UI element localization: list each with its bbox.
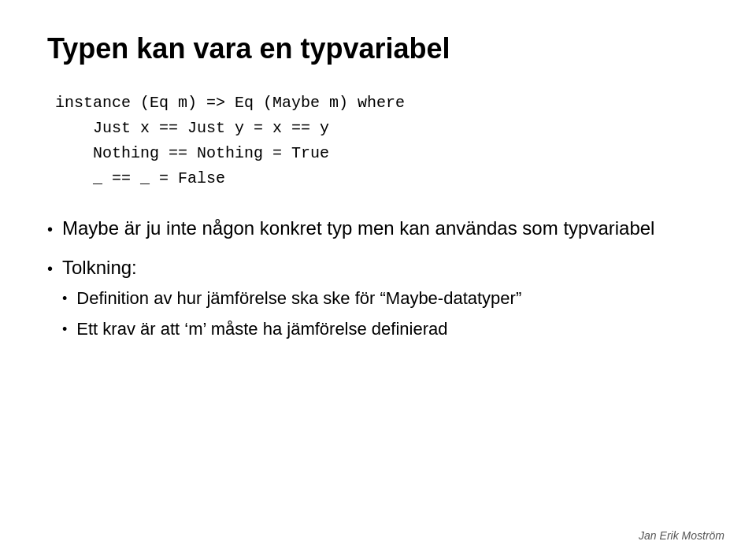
- code-line-2: Just x == Just y = x == y: [55, 116, 709, 141]
- sub-bullet-dot-1: •: [62, 289, 67, 309]
- sub-bullet-item-1: • Definition av hur jämförelse ska ske f…: [62, 287, 709, 311]
- slide: Typen kan vara en typvariabel instance (…: [0, 0, 756, 556]
- bullet-item-2: • Tolkning: • Definition av hur jämförel…: [47, 254, 709, 348]
- sub-bullet-text-2: Ett krav är att ‘m’ måste ha jämförelse …: [76, 317, 709, 342]
- code-line-1: instance (Eq m) => Eq (Maybe m) where: [55, 91, 709, 116]
- code-line-4: _ == _ = False: [55, 166, 709, 191]
- bullet-item-1: • Maybe är ju inte någon konkret typ men…: [47, 215, 709, 242]
- footer: Jan Erik Moström: [639, 529, 724, 542]
- bullet-text-2: Tolkning: • Definition av hur jämförelse…: [62, 254, 709, 348]
- bullet-text-1: Maybe är ju inte någon konkret typ men k…: [62, 215, 709, 242]
- sub-bullet-item-2: • Ett krav är att ‘m’ måste ha jämförels…: [62, 317, 709, 342]
- bullet-dot-2: •: [47, 258, 53, 280]
- code-block: instance (Eq m) => Eq (Maybe m) where Ju…: [55, 91, 709, 191]
- bullet-text-2-label: Tolkning:: [62, 257, 137, 278]
- slide-title: Typen kan vara en typvariabel: [47, 32, 709, 65]
- sub-bullet-dot-2: •: [62, 320, 67, 339]
- sub-bullet-text-1: Definition av hur jämförelse ska ske för…: [76, 287, 709, 311]
- sub-bullet-list: • Definition av hur jämförelse ska ske f…: [62, 287, 709, 342]
- bullet-dot-1: •: [47, 218, 53, 240]
- bullet-list: • Maybe är ju inte någon konkret typ men…: [47, 215, 709, 348]
- code-line-3: Nothing == Nothing = True: [55, 141, 709, 166]
